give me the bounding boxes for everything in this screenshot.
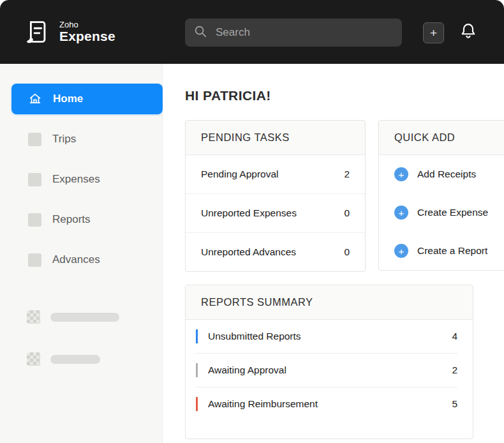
zoho-expense-app-window: Zoho Expense +	[0, 0, 504, 443]
home-icon	[28, 92, 42, 106]
skeleton-nav-item	[27, 352, 162, 366]
pending-tasks-card: PENDING TASKS Pending Approval 2 Unrepor…	[185, 120, 366, 272]
quick-add-label: Add Receipts	[417, 169, 476, 180]
quick-add-label: Create a Report	[417, 245, 487, 257]
awaiting-reimbursement-row[interactable]: Awaiting Reimbursement 5	[196, 387, 457, 421]
sidebar-item-trips[interactable]: Trips	[11, 124, 163, 154]
body-row: Home Trips Expenses Reports Advances	[0, 64, 504, 443]
row-label: Unreported Expenses	[201, 207, 297, 219]
unreported-expenses-row[interactable]: Unreported Expenses 0	[186, 194, 365, 233]
unsubmitted-reports-row[interactable]: Unsubmitted Reports 4	[196, 320, 457, 354]
row-value: 0	[344, 207, 350, 219]
greeting-heading: HI PATRICIA!	[185, 88, 504, 103]
search-input[interactable]	[214, 26, 393, 40]
skeleton-nav-item	[27, 310, 162, 324]
row-label: Pending Approval	[201, 169, 279, 180]
sidebar-item-label: Home	[53, 93, 83, 105]
top-cards-row: PENDING TASKS Pending Approval 2 Unrepor…	[185, 120, 504, 272]
row-value: 4	[452, 331, 457, 342]
pending-approval-row[interactable]: Pending Approval 2	[186, 155, 365, 194]
sidebar-item-label: Reports	[52, 213, 91, 226]
sidebar-item-advances[interactable]: Advances	[11, 244, 163, 275]
logo-brand-bottom: Expense	[59, 29, 115, 43]
row-label: Unsubmitted Reports	[208, 331, 452, 342]
awaiting-approval-row[interactable]: Awaiting Approval 2	[196, 354, 457, 387]
sidebar-item-label: Expenses	[52, 173, 100, 186]
top-bar: Zoho Expense +	[0, 0, 504, 64]
sidebar-item-reports[interactable]: Reports	[11, 204, 163, 235]
reports-summary-card: REPORTS SUMMARY Unsubmitted Reports 4 Aw…	[185, 285, 473, 439]
zoho-expense-logo: Zoho Expense	[22, 17, 115, 47]
logo-text: Zoho Expense	[59, 20, 115, 43]
sidebar-item-expenses[interactable]: Expenses	[11, 164, 163, 195]
skeleton-label-bar	[50, 355, 100, 364]
reports-summary-title: REPORTS SUMMARY	[186, 285, 473, 320]
reports-placeholder-icon	[28, 213, 41, 227]
search-bar[interactable]	[185, 19, 402, 47]
unreported-advances-row[interactable]: Unreported Advances 0	[186, 233, 365, 271]
main-content: HI PATRICIA! PENDING TASKS Pending Appro…	[163, 64, 504, 443]
sidebar-item-home[interactable]: Home	[11, 84, 163, 114]
gray-accent-bar	[196, 363, 198, 377]
row-value: 5	[452, 398, 457, 410]
quick-add-card: QUICK ADD + Add Receipts + Create Expens…	[378, 120, 504, 271]
quick-add-title: QUICK ADD	[379, 121, 504, 155]
row-value: 2	[344, 169, 350, 180]
create-expense-item[interactable]: + Create Expense	[379, 193, 504, 232]
skeleton-icon	[27, 352, 40, 366]
orange-accent-bar	[196, 397, 198, 411]
search-icon	[194, 25, 207, 40]
skeleton-label-bar	[50, 313, 119, 322]
plus-circle-icon: +	[394, 167, 408, 181]
row-label: Awaiting Approval	[208, 364, 452, 376]
plus-circle-icon: +	[394, 244, 408, 258]
advances-placeholder-icon	[28, 253, 41, 267]
create-report-item[interactable]: + Create a Report	[379, 232, 504, 270]
row-label: Unreported Advances	[201, 246, 296, 258]
blue-accent-bar	[196, 329, 198, 343]
sidebar-item-label: Trips	[52, 133, 76, 146]
add-receipts-item[interactable]: + Add Receipts	[379, 155, 504, 193]
trips-placeholder-icon	[28, 133, 41, 146]
expenses-placeholder-icon	[28, 173, 41, 186]
pending-tasks-title: PENDING TASKS	[186, 121, 365, 155]
skeleton-icon	[27, 310, 40, 324]
sidebar: Home Trips Expenses Reports Advances	[0, 64, 163, 443]
zoho-expense-logo-icon	[22, 17, 51, 47]
row-label: Awaiting Reimbursement	[208, 398, 452, 410]
plus-icon: +	[430, 27, 437, 39]
notifications-button[interactable]	[457, 21, 479, 43]
quick-create-button[interactable]: +	[423, 22, 444, 43]
plus-circle-icon: +	[394, 206, 408, 220]
sidebar-item-label: Advances	[52, 253, 100, 266]
quick-add-label: Create Expense	[417, 207, 488, 218]
row-value: 0	[344, 246, 350, 258]
row-value: 2	[452, 364, 457, 376]
bell-icon	[459, 22, 477, 42]
logo-brand-top: Zoho	[59, 20, 115, 29]
